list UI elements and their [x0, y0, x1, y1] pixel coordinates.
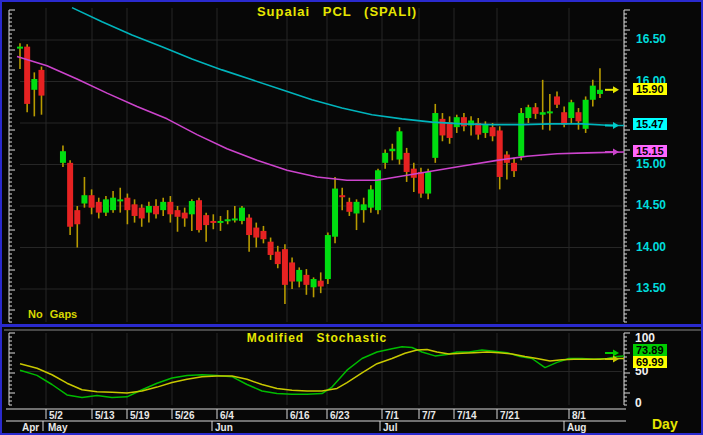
price-tick-label: 13.50: [636, 282, 666, 295]
chart-window: Supalai PCL (SPALI) Modified Stochastic …: [0, 0, 703, 435]
price-box-label: 15.90: [633, 83, 667, 95]
date-tick-label: 7/7: [422, 411, 436, 421]
stoch-box-label: 73.89: [633, 344, 667, 356]
month-label: Jul: [383, 423, 397, 433]
month-label: Jun: [215, 423, 233, 433]
price-tick-label: 14.00: [636, 241, 666, 254]
month-label: May: [48, 423, 67, 433]
price-box-label: 15.15: [633, 145, 667, 157]
indicator-title: Modified Stochastic: [2, 331, 632, 345]
axis-labels-layer: Supalai PCL (SPALI) Modified Stochastic …: [2, 2, 703, 435]
stoch-tick-label: 0: [635, 397, 642, 410]
date-tick-label: 5/13: [95, 411, 114, 421]
price-box-label: 15.47: [633, 118, 667, 130]
timeframe-label: Day: [652, 416, 678, 432]
date-tick-label: 5/19: [130, 411, 149, 421]
price-tick-label: 14.50: [636, 199, 666, 212]
no-gaps-label: No Gaps: [28, 308, 77, 320]
date-tick-label: 8/1: [572, 411, 586, 421]
date-tick-label: 6/16: [290, 411, 309, 421]
stoch-box-label: 69.99: [633, 356, 667, 368]
month-label: Apr: [22, 423, 39, 433]
chart-title: Supalai PCL (SPALI): [2, 4, 672, 19]
price-tick-label: 16.50: [636, 33, 666, 46]
date-tick-label: 5/26: [175, 411, 194, 421]
date-tick-label: 5/2: [49, 411, 63, 421]
date-tick-label: 6/23: [330, 411, 349, 421]
date-tick-label: 7/1: [385, 411, 399, 421]
price-tick-label: 15.00: [636, 158, 666, 171]
date-tick-label: 7/21: [500, 411, 519, 421]
month-label: Aug: [567, 423, 586, 433]
date-tick-label: 6/4: [220, 411, 234, 421]
date-tick-label: 7/14: [457, 411, 476, 421]
